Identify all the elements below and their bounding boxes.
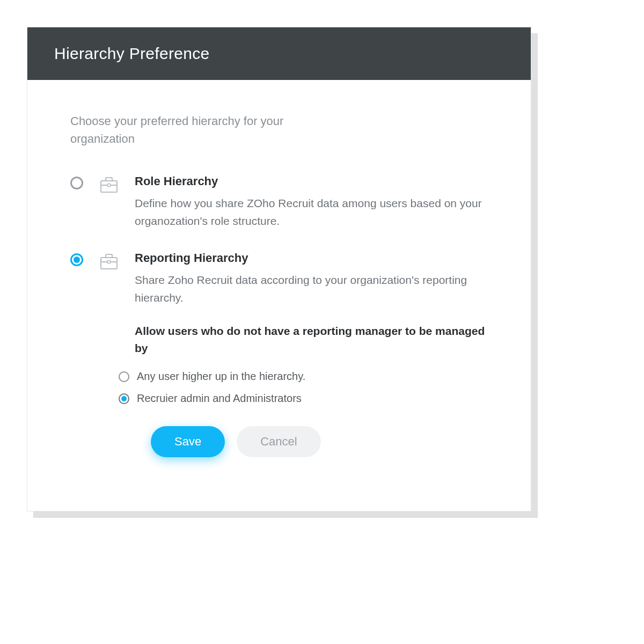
sub-option-label: Recruier admin and Administrators bbox=[137, 392, 302, 405]
radio-dot-icon bbox=[121, 396, 127, 401]
hierarchy-preference-modal: Hierarchy Preference Choose your preferr… bbox=[27, 27, 531, 511]
option-content: Reporting Hierarchy Share Zoho Recruit d… bbox=[135, 251, 488, 457]
radio-any-user[interactable] bbox=[119, 371, 129, 382]
modal-header: Hierarchy Preference bbox=[27, 27, 531, 80]
button-row: Save Cancel bbox=[151, 426, 488, 457]
sub-section: Allow users who do not have a reporting … bbox=[135, 323, 488, 457]
radio-reporting-hierarchy[interactable] bbox=[70, 253, 83, 266]
option-content: Role Hierarchy Define how you share ZOho… bbox=[135, 174, 488, 230]
option-description: Share Zoho Recruit data according to you… bbox=[135, 272, 488, 306]
sub-option-any-user[interactable]: Any user higher up in the hierarchy. bbox=[119, 370, 488, 383]
briefcase-icon bbox=[98, 250, 120, 274]
briefcase-icon bbox=[98, 173, 120, 197]
save-button[interactable]: Save bbox=[151, 426, 225, 457]
svg-rect-3 bbox=[108, 184, 111, 187]
option-title: Role Hierarchy bbox=[135, 174, 488, 188]
modal-title: Hierarchy Preference bbox=[54, 45, 504, 63]
radio-role-hierarchy[interactable] bbox=[70, 177, 83, 189]
sub-options: Any user higher up in the hierarchy. Rec… bbox=[119, 370, 488, 405]
option-reporting-hierarchy[interactable]: Reporting Hierarchy Share Zoho Recruit d… bbox=[70, 251, 488, 457]
option-role-hierarchy[interactable]: Role Hierarchy Define how you share ZOho… bbox=[70, 174, 488, 230]
svg-rect-7 bbox=[108, 261, 111, 264]
cancel-button[interactable]: Cancel bbox=[237, 426, 320, 457]
sub-section-heading: Allow users who do not have a reporting … bbox=[135, 323, 488, 356]
radio-dot-icon bbox=[74, 257, 80, 263]
option-description: Define how you share ZOho Recruit data a… bbox=[135, 195, 488, 230]
sub-option-recruiter-admin[interactable]: Recruier admin and Administrators bbox=[119, 392, 488, 405]
radio-recruiter-admin[interactable] bbox=[119, 393, 129, 404]
modal-body: Choose your preferred hierarchy for your… bbox=[27, 80, 531, 511]
intro-text: Choose your preferred hierarchy for your… bbox=[70, 112, 339, 148]
option-title: Reporting Hierarchy bbox=[135, 251, 488, 265]
sub-option-label: Any user higher up in the hierarchy. bbox=[137, 370, 305, 383]
